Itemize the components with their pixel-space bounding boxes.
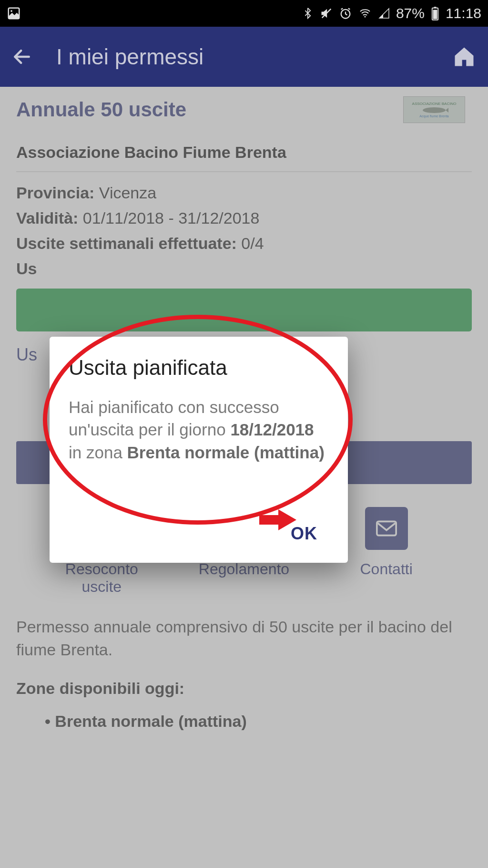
- image-icon: [7, 6, 21, 21]
- bluetooth-icon: [303, 6, 314, 21]
- wifi-icon: [358, 8, 372, 19]
- page-title: I miei permessi: [56, 44, 452, 70]
- battery-percent: 87%: [396, 5, 425, 21]
- app-bar: I miei permessi: [0, 27, 488, 87]
- svg-point-4: [364, 16, 366, 18]
- dialog-title: Uscita pianificata: [69, 356, 329, 380]
- svg-rect-6: [434, 7, 436, 8]
- back-button[interactable]: [11, 46, 32, 67]
- alarm-icon: [339, 7, 352, 20]
- clock-time: 11:18: [446, 5, 481, 21]
- mute-icon: [320, 7, 333, 20]
- battery-icon: [430, 6, 440, 21]
- signal-icon: [378, 8, 390, 19]
- dialog-message: Hai pianificato con successo un'uscita p…: [69, 396, 329, 464]
- svg-point-1: [10, 10, 12, 12]
- confirmation-dialog: Uscita pianificata Hai pianificato con s…: [50, 337, 348, 563]
- status-bar: 87% 11:18: [0, 0, 488, 27]
- home-button[interactable]: [452, 44, 477, 69]
- page-content: Annuale 50 uscite ASSOCIAZIONE BACINO Ac…: [0, 87, 488, 868]
- ok-button[interactable]: OK: [279, 516, 329, 551]
- svg-rect-7: [433, 10, 437, 19]
